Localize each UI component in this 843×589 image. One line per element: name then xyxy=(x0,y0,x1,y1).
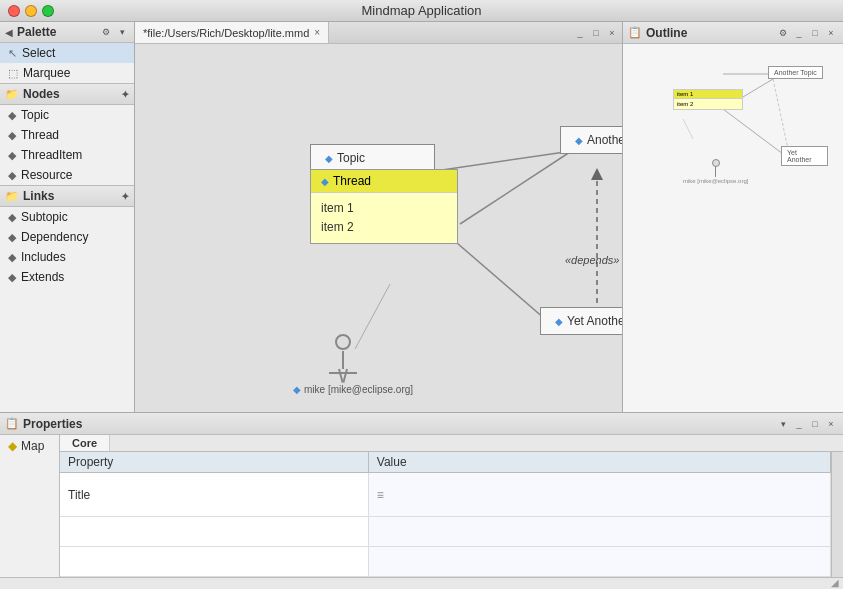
includes-diamond-icon: ◆ xyxy=(8,251,16,264)
canvas-tab[interactable]: *file:/Users/Rich/Desktop/lite.mmd × xyxy=(135,22,329,43)
mini-thread-header: item 1 xyxy=(674,90,742,99)
svg-line-9 xyxy=(683,119,693,139)
mini-thread-body: item 2 xyxy=(674,99,742,109)
canvas-minimize-icon[interactable]: _ xyxy=(573,26,587,40)
nodes-section-label: Nodes xyxy=(23,87,60,101)
palette-item-thread[interactable]: ◆ Thread xyxy=(0,125,134,145)
palette-menu-icon[interactable]: ▾ xyxy=(115,25,129,39)
select-icon: ↖ xyxy=(8,47,17,60)
palette-item-includes-label: Includes xyxy=(21,250,66,264)
palette-item-topic-label: Topic xyxy=(21,108,49,122)
palette-item-marquee[interactable]: ⬚ Marquee xyxy=(0,63,134,83)
outline-icon: 📋 xyxy=(628,26,642,39)
canvas-tab-label: *file:/Users/Rich/Desktop/lite.mmd xyxy=(143,27,309,39)
node-topic[interactable]: ◆ Topic xyxy=(310,144,435,172)
mini-node-another-topic: Another Topic xyxy=(768,66,823,79)
canvas-tab-buttons: _ □ × xyxy=(573,26,622,40)
outline-close-icon[interactable]: × xyxy=(824,26,838,40)
properties-tabs: Core xyxy=(60,435,843,452)
properties-title: Properties xyxy=(23,417,776,431)
node-another-topic[interactable]: ◆ Another Topic xyxy=(560,126,622,154)
palette-item-extends[interactable]: ◆ Extends xyxy=(0,267,134,287)
outline-panel: 📋 Outline ⚙ _ □ × xyxy=(623,22,843,412)
palette-item-select[interactable]: ↖ Select xyxy=(0,43,134,63)
outline-maximize-icon[interactable]: □ xyxy=(808,26,822,40)
palette-item-select-label: Select xyxy=(22,46,55,60)
minimize-button[interactable] xyxy=(25,5,37,17)
props-maximize-icon[interactable]: □ xyxy=(808,417,822,431)
palette-settings-icon[interactable]: ⚙ xyxy=(99,25,113,39)
palette-item-threaditem[interactable]: ◆ ThreadItem xyxy=(0,145,134,165)
palette-item-thread-label: Thread xyxy=(21,128,59,142)
table-row: Title ≡ xyxy=(60,473,831,517)
svg-line-8 xyxy=(773,79,788,149)
links-expand-icon[interactable]: ✦ xyxy=(121,191,129,202)
properties-table: Property Value Title ≡ xyxy=(60,452,831,577)
outline-header-icons: ⚙ _ □ × xyxy=(776,26,838,40)
properties-scrollbar[interactable] xyxy=(831,452,843,577)
outline-minimize-icon[interactable]: _ xyxy=(792,26,806,40)
map-label: Map xyxy=(21,439,44,453)
palette-item-threaditem-label: ThreadItem xyxy=(21,148,82,162)
nodes-expand-icon[interactable]: ✦ xyxy=(121,89,129,100)
outline-settings-icon[interactable]: ⚙ xyxy=(776,26,790,40)
props-close-icon[interactable]: × xyxy=(824,417,838,431)
table-row-empty-2 xyxy=(60,547,831,577)
props-dropdown-icon[interactable]: ▾ xyxy=(776,417,790,431)
app-title: Mindmap Application xyxy=(362,3,482,18)
maximize-button[interactable] xyxy=(42,5,54,17)
canvas-maximize-icon[interactable]: □ xyxy=(589,26,603,40)
mini-node-thread: item 1 item 2 xyxy=(673,89,743,110)
thread-node-body: item 1 item 2 xyxy=(311,193,457,243)
properties-status-bar: ◢ xyxy=(0,577,843,589)
canvas-close-icon[interactable]: × xyxy=(605,26,619,40)
resize-handle-icon[interactable]: ◢ xyxy=(831,577,841,587)
palette-title: Palette xyxy=(17,25,99,39)
close-button[interactable] xyxy=(8,5,20,17)
svg-line-1 xyxy=(460,152,570,224)
mini-actor: mike [mike@eclipse.org] xyxy=(683,159,748,184)
properties-sidebar: ◆ Map xyxy=(0,435,60,577)
node-thread[interactable]: ◆ Thread item 1 item 2 xyxy=(310,169,458,244)
actor-arms xyxy=(329,372,357,374)
text-icon: ≡ xyxy=(377,488,384,502)
palette-header-icons: ⚙ ▾ xyxy=(99,25,129,39)
palette-item-resource[interactable]: ◆ Resource xyxy=(0,165,134,185)
mini-node-yet-another: Yet Another xyxy=(781,146,828,166)
svg-line-4 xyxy=(355,284,390,349)
palette-item-subtopic[interactable]: ◆ Subtopic xyxy=(0,207,134,227)
palette-collapse-arrow[interactable]: ◀ xyxy=(5,27,13,38)
top-section: ◀ Palette ⚙ ▾ ↖ Select ⬚ Marquee 📁 Nodes xyxy=(0,22,843,412)
canvas-area[interactable]: ◆ Topic ◆ Another Topic ◆ Thread item 1 xyxy=(135,44,622,412)
properties-header: 📋 Properties ▾ _ □ × xyxy=(0,413,843,435)
canvas-tab-close-icon[interactable]: × xyxy=(314,27,320,38)
palette-item-dependency[interactable]: ◆ Dependency xyxy=(0,227,134,247)
subtopic-diamond-icon: ◆ xyxy=(8,211,16,224)
properties-table-area: Property Value Title ≡ xyxy=(60,452,843,577)
another-topic-diamond-icon: ◆ xyxy=(575,135,583,146)
palette-item-includes[interactable]: ◆ Includes xyxy=(0,247,134,267)
thread-header-diamond-icon: ◆ xyxy=(321,176,329,187)
window-controls xyxy=(8,5,54,17)
properties-body: ◆ Map Core Property Value xyxy=(0,435,843,577)
table-row-empty-1 xyxy=(60,517,831,547)
actor-head xyxy=(335,334,351,350)
nodes-section[interactable]: 📁 Nodes ✦ xyxy=(0,83,134,105)
title-bar: Mindmap Application xyxy=(0,0,843,22)
node-yet-another[interactable]: ◆ Yet Another xyxy=(540,307,622,335)
links-section-label: Links xyxy=(23,189,54,203)
property-title-value[interactable]: ≡ xyxy=(368,473,830,517)
map-diamond-icon: ◆ xyxy=(8,439,17,453)
thread-node-header: ◆ Thread xyxy=(311,170,457,193)
outline-mini-view: Another Topic item 1 item 2 Yet Another … xyxy=(633,54,828,229)
col-value: Value xyxy=(368,452,830,473)
links-section-icon: 📁 xyxy=(5,190,19,203)
properties-table-container: Property Value Title ≡ xyxy=(60,452,843,577)
actor-right-leg xyxy=(342,369,348,383)
props-minimize-icon[interactable]: _ xyxy=(792,417,806,431)
links-section[interactable]: 📁 Links ✦ xyxy=(0,185,134,207)
palette-item-topic[interactable]: ◆ Topic xyxy=(0,105,134,125)
actor-figure xyxy=(335,334,351,383)
actor-label-area: ◆ mike [mike@eclipse.org] xyxy=(293,384,413,395)
tab-core[interactable]: Core xyxy=(60,435,110,451)
